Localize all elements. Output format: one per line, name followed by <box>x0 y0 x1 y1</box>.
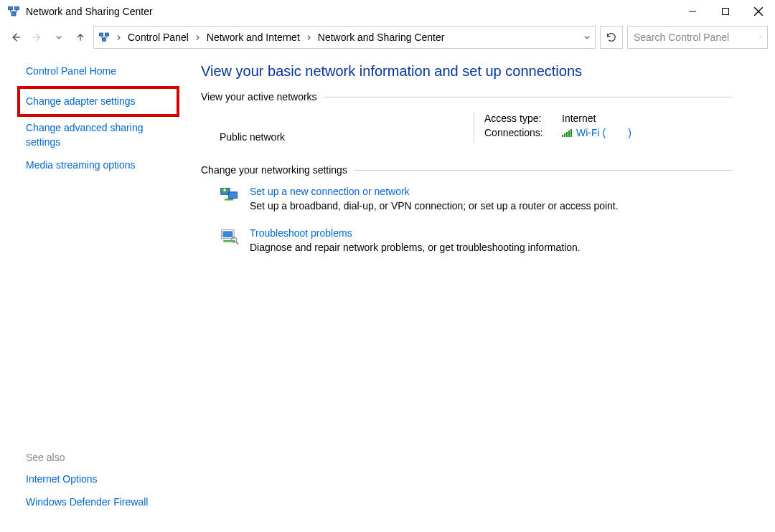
up-button[interactable] <box>72 29 89 46</box>
page-heading: View your basic network information and … <box>201 63 732 80</box>
sidebar: Control Panel Home Change adapter settin… <box>0 52 187 532</box>
sidebar-internet-options-link[interactable]: Internet Options <box>26 472 174 487</box>
svg-rect-2 <box>11 13 16 16</box>
svg-rect-8 <box>105 33 108 36</box>
active-networks-header: View your active networks <box>201 91 732 103</box>
maximize-button[interactable] <box>709 0 742 23</box>
close-button[interactable] <box>742 0 775 23</box>
change-settings-header-label: Change your networking settings <box>201 164 347 176</box>
svg-rect-13 <box>228 192 237 199</box>
see-also-label: See also <box>26 452 174 463</box>
svg-rect-4 <box>723 9 729 15</box>
svg-rect-7 <box>99 33 103 36</box>
sidebar-media-streaming-link[interactable]: Media streaming options <box>26 158 174 173</box>
recent-locations-button[interactable] <box>50 29 67 46</box>
svg-line-19 <box>236 242 239 244</box>
access-type-label: Access type: <box>484 113 562 124</box>
breadcrumb-item[interactable]: Network and Internet <box>207 32 300 43</box>
access-type-value: Internet <box>562 113 596 124</box>
wifi-signal-icon <box>562 128 572 137</box>
change-settings-header: Change your networking settings <box>201 164 732 176</box>
sidebar-firewall-link[interactable]: Windows Defender Firewall <box>26 495 174 510</box>
sidebar-advanced-sharing-link[interactable]: Change advanced sharing settings <box>26 121 174 149</box>
sidebar-change-adapter-link[interactable]: Change adapter settings <box>17 86 179 118</box>
main-panel: View your basic network information and … <box>187 52 775 532</box>
sidebar-home-link[interactable]: Control Panel Home <box>26 65 174 79</box>
breadcrumb-item[interactable]: Control Panel <box>128 32 189 43</box>
svg-rect-9 <box>102 38 105 41</box>
toolbar: Control Panel Network and Internet Netwo… <box>0 23 775 52</box>
refresh-icon <box>606 32 617 43</box>
troubleshoot-icon <box>220 227 240 247</box>
address-bar[interactable]: Control Panel Network and Internet Netwo… <box>93 26 596 49</box>
chevron-right-icon[interactable] <box>306 34 312 41</box>
connection-link[interactable]: Wi-Fi ( ) <box>576 127 631 138</box>
action-troubleshoot-link[interactable]: Troubleshoot problems <box>250 227 581 239</box>
svg-line-11 <box>761 37 761 38</box>
setup-connection-icon <box>220 186 240 206</box>
window-title: Network and Sharing Center <box>26 6 676 17</box>
svg-rect-17 <box>222 231 232 237</box>
action-setup-connection-link[interactable]: Set up a new connection or network <box>250 186 619 197</box>
active-networks-header-label: View your active networks <box>201 91 317 103</box>
breadcrumb-item[interactable]: Network and Sharing Center <box>318 32 445 43</box>
divider <box>324 97 732 98</box>
action-setup-connection-desc: Set up a broadband, dial-up, or VPN conn… <box>250 200 619 212</box>
svg-rect-1 <box>15 6 19 10</box>
action-troubleshoot: Troubleshoot problems Diagnose and repai… <box>201 227 732 253</box>
chevron-right-icon[interactable] <box>116 34 122 41</box>
action-setup-connection: Set up a new connection or network Set u… <box>201 186 732 212</box>
network-center-icon <box>98 32 110 43</box>
search-input[interactable] <box>634 32 759 43</box>
connections-label: Connections: <box>484 127 562 138</box>
search-icon <box>759 32 761 42</box>
chevron-right-icon[interactable] <box>194 34 201 41</box>
network-center-icon <box>7 5 20 18</box>
connection-link-label: Wi-Fi ( <box>576 127 606 138</box>
window-titlebar: Network and Sharing Center <box>0 0 775 23</box>
svg-rect-0 <box>9 6 13 10</box>
svg-point-10 <box>760 37 761 38</box>
search-box[interactable] <box>627 26 768 49</box>
forward-button[interactable] <box>29 29 46 46</box>
back-button[interactable] <box>7 29 24 46</box>
chevron-down-icon[interactable] <box>583 32 591 43</box>
active-network-row: Public network Access type: Internet Con… <box>201 113 732 143</box>
minimize-button[interactable] <box>676 0 709 23</box>
divider <box>354 170 732 171</box>
network-name: Public network <box>220 131 474 143</box>
action-troubleshoot-desc: Diagnose and repair network problems, or… <box>250 242 581 253</box>
refresh-button[interactable] <box>600 26 623 49</box>
